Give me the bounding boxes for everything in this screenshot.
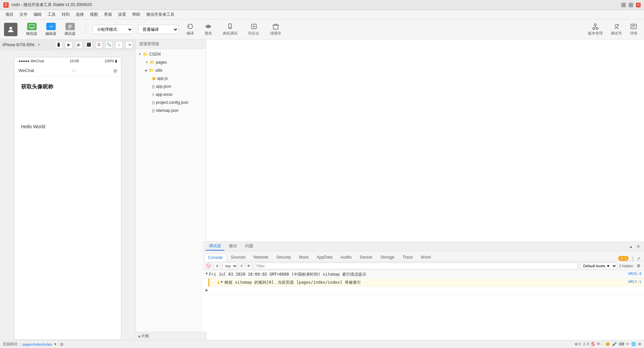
menu-item-select[interactable]: 选择: [73, 11, 87, 18]
tab-trace[interactable]: Trace: [399, 253, 416, 261]
tab-console[interactable]: Console: [204, 254, 226, 261]
tab-audits[interactable]: Audits: [337, 253, 355, 261]
projectconfig-icon: {}: [152, 101, 155, 105]
sim-play-btn[interactable]: ▶: [65, 41, 72, 49]
log-link-1[interactable]: VM35:4: [628, 272, 641, 276]
debugger-panel: 调试器 输出 问题 ▴ ✕ Console Sources Network Se…: [203, 241, 644, 332]
tree-item-appjson[interactable]: {} app.json: [136, 82, 206, 90]
clear-cache-button[interactable]: 清缓存: [267, 22, 284, 37]
debug-close-btn[interactable]: ✕: [635, 243, 641, 250]
debug-title-tab-issue[interactable]: 问题: [242, 242, 257, 251]
translate-icon[interactable]: 🌐: [631, 342, 636, 346]
sim-phone-btn[interactable]: 📱: [55, 41, 62, 49]
tree-item-utils[interactable]: ▶ 📁 utils: [136, 66, 206, 74]
sim-list-btn[interactable]: ☰: [95, 41, 103, 49]
levels-select[interactable]: Default levels ▼: [580, 263, 617, 269]
log-warning-row[interactable]: ▲ ▶ 根据 sitemap 的规则[0]，当前页面 [pages/index/…: [208, 279, 644, 287]
editor-button[interactable]: </> 编辑器: [42, 21, 60, 38]
simulator-content: ●●●●● WeChat 10:08 100% ▮ WeChat ··· ◎ 获…: [0, 50, 136, 340]
tree-item-pages[interactable]: ▼ 📁 pages: [136, 58, 206, 66]
tree-item-csdn[interactable]: ▼ 📁 CSDN: [136, 50, 206, 58]
menu-item-settings[interactable]: 设置: [115, 11, 129, 18]
backend-button[interactable]: 切后台: [246, 22, 262, 37]
menu-item-project[interactable]: 项目: [3, 11, 16, 18]
tab-mock[interactable]: Mock: [295, 253, 312, 261]
file-panel-header: 资源管理器: [136, 40, 206, 49]
emoji-icon[interactable]: 😊: [605, 342, 610, 346]
tab-sources[interactable]: Sources: [227, 253, 249, 261]
minimize-button[interactable]: ─: [621, 3, 626, 7]
refresh-button[interactable]: 编译: [184, 22, 197, 37]
group-expand-icon[interactable]: ▼: [206, 272, 208, 275]
debug-expand-icon[interactable]: ⤢: [637, 256, 641, 261]
tab-storage[interactable]: Storage: [377, 253, 398, 261]
menu-item-edit[interactable]: 编辑: [31, 11, 44, 18]
tab-network[interactable]: Network: [250, 253, 272, 261]
log-group-text: Fri Jul 03 2020 10:09:02 GMT+0800 (中国标准时…: [209, 272, 628, 277]
sim-speaker-btn[interactable]: 🔊: [75, 41, 83, 49]
menu-item-interface[interactable]: 界面: [101, 11, 115, 18]
tab-security[interactable]: Security: [273, 253, 294, 261]
context-select[interactable]: top: [222, 263, 238, 269]
test-account-button[interactable]: 测试号: [608, 21, 625, 37]
warning-expand-icon[interactable]: ▶: [221, 280, 223, 283]
copy-icon[interactable]: ⧉: [60, 342, 63, 347]
maximize-button[interactable]: □: [629, 3, 633, 7]
clear-log-btn[interactable]: 🚫: [205, 263, 212, 269]
keyboard-icon[interactable]: ⌨: [619, 342, 624, 346]
file-panel-footer[interactable]: ▶ 大纲: [136, 332, 206, 340]
pages-chevron-icon: ▼: [145, 61, 148, 64]
prompt-icon: ▶: [206, 288, 208, 292]
preview-button[interactable]: 预览: [202, 22, 215, 37]
menu-item-view[interactable]: 视图: [87, 11, 101, 18]
tree-item-appwxss[interactable]: ≡ app.wxss: [136, 90, 206, 98]
menu-item-help[interactable]: 帮助: [129, 11, 143, 18]
handwriting-icon[interactable]: ✏: [626, 342, 629, 346]
menu-item-tools[interactable]: 工具: [45, 11, 58, 18]
sim-branch-btn[interactable]: ⑂: [115, 41, 123, 49]
debug-title-tab-output[interactable]: 输出: [226, 242, 240, 251]
sim-screen-btn[interactable]: ⬛: [85, 41, 93, 49]
tab-appdata[interactable]: AppData: [313, 253, 336, 261]
avatar: [4, 23, 17, 36]
tab-wxml[interactable]: Wxml: [417, 253, 434, 261]
tree-item-appjs[interactable]: ▣ app.js: [136, 74, 206, 82]
debug-minimize-btn[interactable]: ▴: [628, 243, 634, 250]
simulator-button[interactable]: 模拟器: [23, 21, 41, 38]
path-dropdown[interactable]: pages/index/index: [22, 342, 52, 346]
utils-folder-icon: 📁: [149, 68, 154, 73]
svg-point-10: [230, 27, 230, 28]
appjs-label: app.js: [157, 76, 168, 81]
warning-status-badge: ⚠ 0: [583, 342, 589, 346]
debug-more-icon[interactable]: ⋮: [631, 256, 635, 261]
toolbar: 模拟器 </> 编辑器 调试器 小程序模式 普通编译 编译: [0, 19, 644, 40]
tree-item-sitemap[interactable]: {} sitemap.json: [136, 107, 206, 115]
filter-input[interactable]: [254, 263, 578, 269]
tree-item-projectconfig[interactable]: {} project.config.json: [136, 98, 206, 107]
device-test-button[interactable]: 真机调试: [220, 22, 240, 37]
settings-icon[interactable]: ⚙: [635, 263, 642, 269]
compile-select[interactable]: 普通编译: [138, 25, 178, 34]
debugger-button[interactable]: 调试器: [61, 21, 79, 38]
sim-arrow-btn[interactable]: ⇥: [125, 41, 133, 49]
debug-title-tab-debugger[interactable]: 调试器: [206, 242, 224, 251]
sim-search-btn[interactable]: 🔍: [105, 41, 113, 49]
eye-btn[interactable]: 👁: [246, 263, 252, 269]
mode-select[interactable]: 小程序模式: [93, 25, 133, 34]
menu-item-file[interactable]: 文件: [17, 11, 30, 18]
settings-status-icon[interactable]: ⚙: [638, 342, 641, 346]
log-prompt-row[interactable]: ▶: [203, 287, 644, 295]
punctuation-icon[interactable]: ·: [602, 342, 603, 346]
menu-item-wechat-devtools[interactable]: 微信开发者工具: [144, 11, 177, 18]
tab-sensor[interactable]: Sensor: [356, 253, 376, 261]
appjson-icon: {}: [152, 85, 155, 88]
version-button[interactable]: 版本管理: [585, 21, 605, 37]
menu-item-goto[interactable]: 转到: [59, 11, 72, 18]
chinese-icon[interactable]: 中: [597, 342, 600, 347]
details-button[interactable]: 详情: [627, 21, 640, 37]
close-button[interactable]: ✕: [636, 3, 641, 7]
pause-btn[interactable]: ⏸: [214, 263, 220, 269]
log-link-2[interactable]: VM17:1: [628, 280, 641, 284]
log-group-header[interactable]: ▼ Fri Jul 03 2020 10:09:02 GMT+0800 (中国标…: [203, 271, 644, 279]
mic-icon[interactable]: 🎤: [612, 342, 617, 346]
